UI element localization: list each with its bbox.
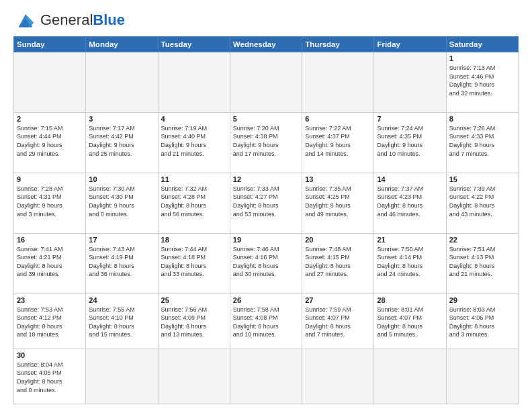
day-info: Sunrise: 7:33 AM Sunset: 4:27 PM Dayligh…: [233, 185, 299, 218]
calendar-day: [374, 349, 446, 404]
weekday-header-saturday: Saturday: [446, 37, 518, 52]
calendar-day: 15Sunrise: 7:39 AM Sunset: 4:22 PM Dayli…: [446, 173, 518, 233]
day-number: 22: [449, 236, 515, 244]
day-info: Sunrise: 8:04 AM Sunset: 4:05 PM Dayligh…: [17, 361, 83, 394]
calendar-day: 23Sunrise: 7:53 AM Sunset: 4:12 PM Dayli…: [14, 293, 86, 349]
calendar-day: [86, 349, 158, 404]
day-info: Sunrise: 7:58 AM Sunset: 4:08 PM Dayligh…: [233, 306, 299, 339]
calendar-day: 30Sunrise: 8:04 AM Sunset: 4:05 PM Dayli…: [14, 349, 86, 404]
calendar-day: [230, 349, 302, 404]
day-info: Sunrise: 7:35 AM Sunset: 4:25 PM Dayligh…: [305, 185, 371, 218]
day-info: Sunrise: 7:46 AM Sunset: 4:16 PM Dayligh…: [233, 245, 299, 279]
weekday-header-wednesday: Wednesday: [230, 37, 302, 52]
day-info: Sunrise: 7:59 AM Sunset: 4:07 PM Dayligh…: [305, 306, 371, 339]
calendar-week-row: 2Sunrise: 7:15 AM Sunset: 4:44 PM Daylig…: [14, 112, 519, 173]
day-number: 7: [377, 115, 443, 123]
logo-text: GeneralBlue: [40, 11, 125, 29]
calendar-day: 16Sunrise: 7:41 AM Sunset: 4:21 PM Dayli…: [14, 233, 86, 293]
weekday-header-tuesday: Tuesday: [158, 37, 230, 52]
calendar-day: 13Sunrise: 7:35 AM Sunset: 4:25 PM Dayli…: [302, 173, 374, 233]
calendar-day: 28Sunrise: 8:01 AM Sunset: 4:07 PM Dayli…: [374, 293, 446, 349]
day-number: 3: [89, 115, 154, 123]
day-info: Sunrise: 8:01 AM Sunset: 4:07 PM Dayligh…: [377, 306, 443, 339]
calendar-day: [230, 52, 302, 113]
day-info: Sunrise: 7:24 AM Sunset: 4:35 PM Dayligh…: [377, 124, 443, 158]
calendar-day: 5Sunrise: 7:20 AM Sunset: 4:38 PM Daylig…: [230, 112, 302, 173]
calendar-day: 6Sunrise: 7:22 AM Sunset: 4:37 PM Daylig…: [302, 112, 374, 173]
calendar-day: 20Sunrise: 7:48 AM Sunset: 4:15 PM Dayli…: [302, 233, 374, 293]
day-info: Sunrise: 7:17 AM Sunset: 4:42 PM Dayligh…: [89, 124, 154, 158]
day-info: Sunrise: 7:20 AM Sunset: 4:38 PM Dayligh…: [233, 124, 299, 158]
calendar-day: 1Sunrise: 7:13 AM Sunset: 4:46 PM Daylig…: [446, 52, 518, 113]
calendar-day: 9Sunrise: 7:28 AM Sunset: 4:31 PM Daylig…: [14, 173, 86, 233]
calendar-day: [158, 52, 230, 113]
day-info: Sunrise: 7:22 AM Sunset: 4:37 PM Dayligh…: [305, 124, 371, 158]
day-info: Sunrise: 7:43 AM Sunset: 4:19 PM Dayligh…: [89, 245, 154, 279]
day-number: 29: [449, 296, 515, 304]
calendar-day: 19Sunrise: 7:46 AM Sunset: 4:16 PM Dayli…: [230, 233, 302, 293]
day-info: Sunrise: 7:51 AM Sunset: 4:13 PM Dayligh…: [449, 245, 515, 279]
day-number: 11: [161, 175, 227, 183]
day-info: Sunrise: 7:13 AM Sunset: 4:46 PM Dayligh…: [449, 64, 515, 97]
day-number: 28: [377, 296, 443, 304]
day-info: Sunrise: 7:55 AM Sunset: 4:10 PM Dayligh…: [89, 306, 154, 339]
calendar-day: 11Sunrise: 7:32 AM Sunset: 4:28 PM Dayli…: [158, 173, 230, 233]
day-info: Sunrise: 7:37 AM Sunset: 4:23 PM Dayligh…: [377, 185, 443, 218]
day-number: 13: [305, 175, 371, 183]
weekday-header-sunday: Sunday: [14, 37, 86, 52]
day-number: 17: [89, 236, 154, 244]
day-number: 20: [305, 236, 371, 244]
logo: GeneralBlue: [13, 11, 125, 30]
day-info: Sunrise: 7:19 AM Sunset: 4:40 PM Dayligh…: [161, 124, 227, 158]
day-number: 27: [305, 296, 371, 304]
day-info: Sunrise: 7:28 AM Sunset: 4:31 PM Dayligh…: [17, 185, 83, 218]
calendar-day: 10Sunrise: 7:30 AM Sunset: 4:30 PM Dayli…: [86, 173, 158, 233]
calendar-day: 14Sunrise: 7:37 AM Sunset: 4:23 PM Dayli…: [374, 173, 446, 233]
day-info: Sunrise: 7:32 AM Sunset: 4:28 PM Dayligh…: [161, 185, 227, 218]
day-number: 26: [233, 296, 299, 304]
day-number: 8: [449, 115, 515, 123]
calendar: SundayMondayTuesdayWednesdayThursdayFrid…: [13, 36, 519, 404]
calendar-day: [158, 349, 230, 404]
day-number: 21: [377, 236, 443, 244]
calendar-week-row: 30Sunrise: 8:04 AM Sunset: 4:05 PM Dayli…: [14, 349, 519, 404]
calendar-day: 7Sunrise: 7:24 AM Sunset: 4:35 PM Daylig…: [374, 112, 446, 173]
calendar-day: [302, 52, 374, 113]
calendar-day: [374, 52, 446, 113]
calendar-day: 27Sunrise: 7:59 AM Sunset: 4:07 PM Dayli…: [302, 293, 374, 349]
day-number: 10: [89, 175, 154, 183]
day-number: 16: [17, 236, 83, 244]
day-number: 14: [377, 175, 443, 183]
day-number: 2: [17, 115, 83, 123]
day-number: 19: [233, 236, 299, 244]
weekday-header-friday: Friday: [374, 37, 446, 52]
day-info: Sunrise: 7:26 AM Sunset: 4:33 PM Dayligh…: [449, 124, 515, 158]
day-info: Sunrise: 8:03 AM Sunset: 4:06 PM Dayligh…: [449, 306, 515, 339]
calendar-day: [446, 349, 518, 404]
calendar-day: 2Sunrise: 7:15 AM Sunset: 4:44 PM Daylig…: [14, 112, 86, 173]
day-info: Sunrise: 7:53 AM Sunset: 4:12 PM Dayligh…: [17, 306, 83, 339]
day-info: Sunrise: 7:30 AM Sunset: 4:30 PM Dayligh…: [89, 185, 154, 218]
day-info: Sunrise: 7:41 AM Sunset: 4:21 PM Dayligh…: [17, 245, 83, 279]
calendar-day: 29Sunrise: 8:03 AM Sunset: 4:06 PM Dayli…: [446, 293, 518, 349]
day-info: Sunrise: 7:44 AM Sunset: 4:18 PM Dayligh…: [161, 245, 227, 279]
calendar-week-row: 9Sunrise: 7:28 AM Sunset: 4:31 PM Daylig…: [14, 173, 519, 233]
page: GeneralBlue SundayMondayTuesdayWednesday…: [0, 0, 532, 411]
calendar-day: 8Sunrise: 7:26 AM Sunset: 4:33 PM Daylig…: [446, 112, 518, 173]
calendar-day: [14, 52, 86, 113]
calendar-day: 4Sunrise: 7:19 AM Sunset: 4:40 PM Daylig…: [158, 112, 230, 173]
day-info: Sunrise: 7:39 AM Sunset: 4:22 PM Dayligh…: [449, 185, 515, 218]
day-number: 15: [449, 175, 515, 183]
calendar-day: [86, 52, 158, 113]
day-number: 12: [233, 175, 299, 183]
day-number: 9: [17, 175, 83, 183]
calendar-day: 12Sunrise: 7:33 AM Sunset: 4:27 PM Dayli…: [230, 173, 302, 233]
day-info: Sunrise: 7:15 AM Sunset: 4:44 PM Dayligh…: [17, 124, 83, 158]
calendar-day: 17Sunrise: 7:43 AM Sunset: 4:19 PM Dayli…: [86, 233, 158, 293]
calendar-week-row: 16Sunrise: 7:41 AM Sunset: 4:21 PM Dayli…: [14, 233, 519, 293]
day-number: 1: [449, 54, 515, 62]
calendar-day: [302, 349, 374, 404]
calendar-week-row: 1Sunrise: 7:13 AM Sunset: 4:46 PM Daylig…: [14, 52, 519, 113]
day-info: Sunrise: 7:50 AM Sunset: 4:14 PM Dayligh…: [377, 245, 443, 279]
header: GeneralBlue: [13, 11, 519, 30]
